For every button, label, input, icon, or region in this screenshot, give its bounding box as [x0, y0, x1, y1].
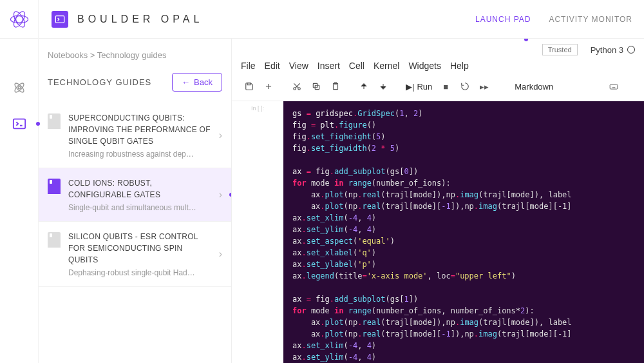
menu-view[interactable]: View: [289, 61, 308, 71]
svg-rect-8: [55, 15, 64, 23]
notebook-icon: [48, 179, 61, 194]
menu-cell[interactable]: Cell: [349, 61, 365, 71]
left-rail: [0, 0, 39, 363]
menu-edit[interactable]: Edit: [265, 61, 280, 71]
notebook-icon: [48, 232, 61, 248]
menu-kernel[interactable]: Kernel: [374, 61, 399, 71]
svg-point-0: [15, 16, 23, 23]
guide-item[interactable]: SILICON QUBITS - ESR CONTROL FOR SEMICON…: [39, 222, 231, 287]
toolbar: ▶|Run ■ ▸▸ Markdown: [232, 75, 644, 101]
section-title: TECHNOLOGY GUIDES: [48, 77, 151, 87]
svg-rect-16: [610, 84, 618, 89]
crumb-current: Technology guides: [97, 50, 167, 60]
keyboard-icon[interactable]: [605, 79, 622, 94]
trusted-badge[interactable]: Trusted: [542, 44, 578, 55]
move-up-icon[interactable]: [355, 79, 372, 94]
run-icon: ▶|: [406, 82, 414, 92]
menu-widgets[interactable]: Widgets: [408, 61, 441, 71]
guide-item[interactable]: COLD IONS: ROBUST, CONFIGURABLE GATES Si…: [39, 168, 231, 222]
fast-forward-icon[interactable]: ▸▸: [476, 79, 493, 94]
add-cell-icon[interactable]: [260, 79, 277, 94]
restart-icon[interactable]: [457, 79, 473, 94]
cell-type-select[interactable]: Markdown: [508, 81, 560, 93]
app-title: BOULDER OPAL: [77, 14, 203, 25]
rail-atom-icon[interactable]: [8, 76, 31, 99]
guide-desc: Single-qubit and simultaneous mult…: [68, 203, 211, 212]
guide-item[interactable]: SUPERCONDUCTING QUBITS: IMPROVING THE PE…: [39, 103, 231, 168]
crumb-notebooks[interactable]: Notebooks: [48, 50, 88, 60]
svg-point-1: [10, 15, 28, 23]
move-down-icon[interactable]: [375, 79, 392, 94]
kernel-indicator[interactable]: Python 3: [591, 45, 635, 55]
menu-bar: File Edit View Insert Cell Kernel Widget…: [232, 55, 644, 75]
guide-desc: Dephasing-robust single-qubit Had…: [68, 268, 211, 277]
nav-launch-pad[interactable]: LAUNCH PAD: [475, 15, 531, 24]
breadcrumb: Notebooks > Technology guides: [39, 39, 231, 66]
code-area: In [ ]: gs = gridspec.GridSpec(1, 2) fig…: [232, 101, 644, 363]
svg-point-10: [294, 88, 296, 90]
chevron-right-icon: ›: [219, 248, 222, 260]
svg-rect-9: [247, 83, 251, 85]
notebook-icon: [48, 113, 61, 129]
menu-help[interactable]: Help: [450, 61, 469, 71]
in-prompt: In [ ]:: [251, 105, 264, 112]
code-cell[interactable]: gs = gridspec.GridSpec(1, 2) fig = plt.f…: [283, 101, 644, 363]
save-icon[interactable]: [241, 79, 258, 94]
paste-icon[interactable]: [327, 79, 344, 94]
brand-icon[interactable]: [8, 8, 31, 31]
run-button[interactable]: ▶|Run: [403, 82, 435, 92]
guide-desc: Increasing robustness against dep…: [68, 150, 211, 159]
guide-title: COLD IONS: ROBUST, CONFIGURABLE GATES: [68, 177, 211, 201]
svg-rect-7: [13, 119, 24, 129]
copy-icon[interactable]: [308, 79, 325, 94]
kernel-status-icon: [627, 46, 635, 54]
topbar: BOULDER OPAL LAUNCH PAD ACTIVITY MONITOR: [0, 0, 644, 39]
menu-file[interactable]: File: [241, 61, 256, 71]
nav-activity-monitor[interactable]: ACTIVITY MONITOR: [549, 15, 632, 24]
chevron-right-icon: ›: [219, 130, 222, 141]
rail-terminal-icon[interactable]: [8, 112, 31, 135]
guide-title: SILICON QUBITS - ESR CONTROL FOR SEMICON…: [68, 231, 211, 266]
back-button[interactable]: ←Back: [172, 73, 222, 92]
cut-icon[interactable]: [289, 79, 305, 94]
menu-insert[interactable]: Insert: [317, 61, 340, 71]
svg-point-4: [18, 86, 21, 89]
stop-icon[interactable]: ■: [437, 79, 454, 94]
arrow-left-icon: ←: [182, 77, 190, 87]
chevron-right-icon: ›: [219, 189, 222, 201]
notebook-panel: Trusted Python 3 File Edit View Insert C…: [232, 39, 644, 363]
sidebar: Notebooks > Technology guides TECHNOLOGY…: [39, 39, 232, 363]
guide-title: SUPERCONDUCTING QUBITS: IMPROVING THE PE…: [68, 112, 211, 147]
app-logo-icon: [52, 11, 68, 28]
